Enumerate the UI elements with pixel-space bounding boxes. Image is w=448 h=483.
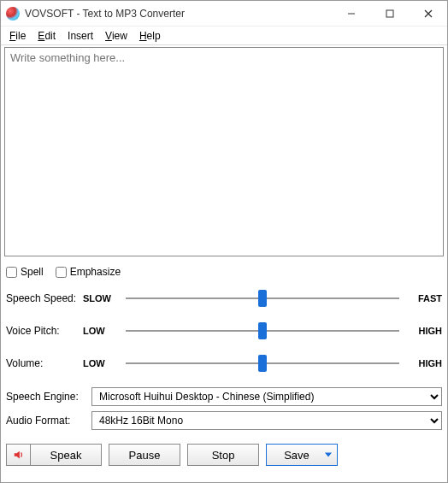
speed-slider[interactable]	[126, 290, 399, 307]
spell-checkbox[interactable]	[6, 267, 17, 278]
maximize-button[interactable]	[370, 1, 409, 27]
pitch-slider-thumb[interactable]	[258, 322, 267, 339]
format-row: Audio Format: 48kHz 16Bit Mono	[6, 411, 442, 430]
menu-help[interactable]: Help	[134, 28, 166, 44]
minimize-button[interactable]	[332, 1, 370, 27]
volume-slider-row: Volume: LOW HIGH	[6, 355, 442, 372]
svg-rect-1	[386, 10, 393, 17]
chevron-down-icon	[325, 453, 332, 457]
main-textarea[interactable]	[4, 47, 444, 256]
pause-button[interactable]: Pause	[109, 444, 180, 466]
pitch-slider-row: Voice Pitch: LOW HIGH	[6, 322, 442, 339]
menu-insert[interactable]: Insert	[62, 28, 98, 44]
title-bar: VOVSOFT - Text to MP3 Converter	[1, 1, 447, 27]
app-icon	[6, 7, 20, 21]
volume-max: HIGH	[404, 358, 442, 368]
speak-button-group: Speak	[6, 444, 102, 466]
speed-min: SLOW	[83, 293, 121, 303]
close-button[interactable]	[409, 1, 447, 27]
volume-label: Volume:	[6, 357, 83, 369]
speed-max: FAST	[404, 293, 442, 303]
checkbox-row: Spell Emphasize	[1, 261, 447, 286]
speed-slider-row: Speech Speed: SLOW FAST	[6, 290, 442, 307]
menu-bar: File Edit Insert View Help	[1, 27, 447, 45]
engine-label: Speech Engine:	[6, 391, 91, 403]
spell-label-text: Spell	[21, 266, 44, 278]
volume-slider[interactable]	[126, 355, 399, 372]
pitch-label: Voice Pitch:	[6, 325, 83, 337]
sliders-section: Speech Speed: SLOW FAST Voice Pitch: LOW…	[1, 286, 447, 387]
stop-button[interactable]: Stop	[187, 444, 259, 466]
speaker-icon-button[interactable]	[6, 444, 30, 466]
window-title: VOVSOFT - Text to MP3 Converter	[25, 8, 332, 20]
engine-select[interactable]: Microsoft Huihui Desktop - Chinese (Simp…	[91, 387, 442, 406]
speed-slider-thumb[interactable]	[258, 290, 267, 307]
emphasize-checkbox-label[interactable]: Emphasize	[56, 266, 121, 278]
engine-row: Speech Engine: Microsoft Huihui Desktop …	[6, 387, 442, 406]
emphasize-checkbox[interactable]	[56, 267, 67, 278]
menu-view[interactable]: View	[100, 28, 133, 44]
menu-file[interactable]: File	[4, 28, 31, 44]
button-row: Speak Pause Stop Save	[1, 435, 447, 473]
emphasize-label-text: Emphasize	[70, 266, 121, 278]
text-input-area	[4, 47, 444, 259]
menu-edit[interactable]: Edit	[32, 28, 61, 44]
window-controls	[332, 1, 447, 27]
speed-label: Speech Speed:	[6, 292, 83, 304]
save-button[interactable]: Save	[266, 444, 338, 466]
spell-checkbox-label[interactable]: Spell	[6, 266, 44, 278]
pitch-min: LOW	[83, 326, 121, 336]
save-button-label: Save	[284, 449, 309, 462]
combo-section: Speech Engine: Microsoft Huihui Desktop …	[1, 387, 447, 435]
svg-marker-4	[14, 451, 19, 459]
format-label: Audio Format:	[6, 415, 91, 427]
volume-min: LOW	[83, 358, 121, 368]
speaker-icon	[13, 449, 25, 461]
format-select[interactable]: 48kHz 16Bit Mono	[91, 411, 442, 430]
pitch-max: HIGH	[404, 326, 442, 336]
pitch-slider[interactable]	[126, 322, 399, 339]
volume-slider-thumb[interactable]	[258, 355, 267, 372]
speak-button[interactable]: Speak	[30, 444, 102, 466]
